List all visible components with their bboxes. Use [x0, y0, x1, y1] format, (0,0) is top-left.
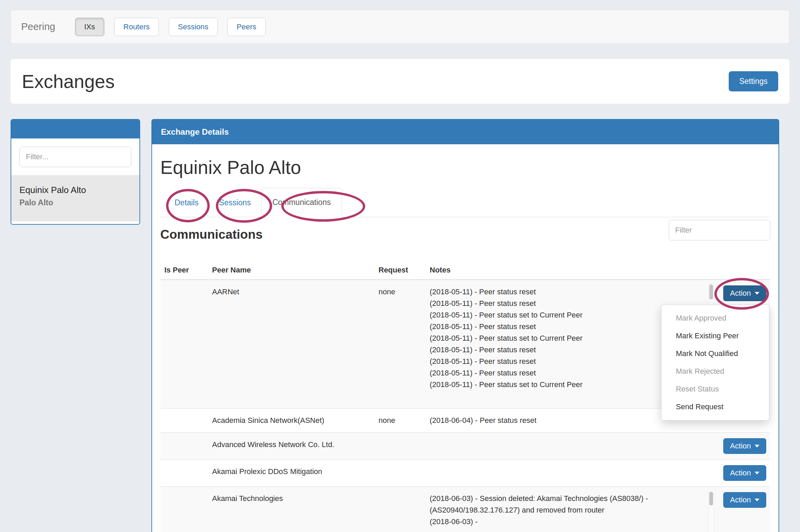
communications-section-header: Communications: [160, 220, 770, 242]
navbar-brand: Peering: [21, 21, 55, 32]
action-dropdown-menu: Mark Approved Mark Existing Peer Mark No…: [661, 305, 769, 420]
exchange-list-item-subtitle: Palo Alto: [19, 197, 131, 208]
notes-cell: (2018-06-03) - Session deleted: Akamai T…: [426, 487, 719, 532]
notes-scrollbar-thumb[interactable]: [709, 492, 713, 505]
page-title: Exchanges: [22, 71, 115, 92]
action-cell: Action: [719, 433, 770, 460]
table-row: Akamai Technologies (2018-06-03) - Sessi…: [160, 487, 770, 532]
column-header-action: [719, 261, 770, 280]
is-peer-cell: [160, 487, 208, 532]
request-cell: [374, 487, 426, 532]
nav-button-ixs[interactable]: IXs: [75, 18, 104, 36]
column-header-notes: Notes: [426, 261, 719, 280]
exchange-details-panel-title: Exchange Details: [161, 127, 229, 137]
caret-down-icon: [755, 472, 759, 474]
is-peer-cell: [160, 460, 208, 487]
communications-heading: Communications: [160, 227, 263, 242]
caret-down-icon: [755, 499, 759, 501]
tab-sessions[interactable]: Sessions: [209, 189, 261, 217]
caret-down-icon: [755, 292, 759, 295]
exchange-details-panel-header: Exchange Details: [152, 120, 779, 144]
notes-scrollbar-thumb[interactable]: [709, 284, 713, 299]
table-header-row: Is Peer Peer Name Request Notes: [160, 261, 770, 280]
table-row: Advanced Wireless Network Co. Ltd. Actio…: [160, 433, 770, 460]
request-cell: [374, 433, 426, 460]
menu-item-mark-not-qualified[interactable]: Mark Not Qualified: [662, 345, 769, 363]
action-button[interactable]: Action: [723, 492, 766, 508]
request-cell: none: [374, 409, 426, 433]
communications-table: Is Peer Peer Name Request Notes AARNet n…: [160, 261, 770, 532]
column-header-peer-name: Peer Name: [208, 261, 374, 280]
exchange-list-panel-header: [11, 120, 139, 138]
column-header-is-peer: Is Peer: [160, 261, 208, 280]
exchange-title: Equinix Palo Alto: [160, 157, 770, 178]
action-button[interactable]: Action: [723, 465, 766, 481]
menu-item-send-request[interactable]: Send Request: [662, 398, 769, 416]
column-header-request: Request: [374, 261, 426, 280]
notes-cell: [426, 433, 719, 460]
menu-item-mark-existing-peer[interactable]: Mark Existing Peer: [662, 327, 769, 345]
notes-cell: [426, 460, 719, 487]
request-cell: none: [374, 280, 426, 409]
communications-filter-input[interactable]: [669, 220, 770, 240]
request-cell: [374, 460, 426, 487]
nav-button-routers[interactable]: Routers: [114, 18, 159, 36]
settings-button[interactable]: Settings: [729, 71, 778, 91]
table-row: AARNet none (2018-05-11) - Peer status r…: [160, 280, 770, 409]
caret-down-icon: [755, 445, 759, 447]
tab-communications[interactable]: Communications: [261, 188, 342, 217]
peer-name-cell: AARNet: [208, 280, 374, 409]
is-peer-cell: [160, 433, 208, 460]
is-peer-cell: [160, 280, 208, 409]
nav-button-sessions[interactable]: Sessions: [169, 18, 218, 36]
notes-scrollbar[interactable]: [708, 489, 714, 532]
exchange-list-panel-footer: [11, 221, 139, 224]
peer-name-cell: Akamai Technologies: [208, 487, 374, 532]
peer-name-cell: Advanced Wireless Network Co. Ltd.: [208, 433, 374, 460]
peer-name-cell: Akamai Prolexic DDoS Mitigation: [208, 460, 374, 487]
nav-button-peers[interactable]: Peers: [227, 18, 265, 36]
peer-name-cell: Academia Sinica Network(ASNet): [208, 409, 374, 433]
exchange-list-filter-input[interactable]: [19, 147, 131, 167]
table-row: Akamai Prolexic DDoS Mitigation Action: [160, 460, 770, 487]
page-header-card: Exchanges Settings: [11, 59, 789, 104]
action-button[interactable]: Action: [723, 285, 766, 301]
action-cell: Action: [719, 460, 770, 487]
exchange-tabs: Details Sessions Communications: [160, 188, 770, 217]
menu-item-reset-status[interactable]: Reset Status: [662, 380, 769, 398]
action-button[interactable]: Action: [723, 438, 766, 454]
menu-item-mark-rejected[interactable]: Mark Rejected: [662, 363, 769, 380]
top-navbar: Peering IXs Routers Sessions Peers: [11, 10, 789, 44]
exchange-list-panel: Equinix Palo Alto Palo Alto: [11, 119, 140, 225]
action-cell: Action Mark Approved Mark Existing Peer …: [719, 280, 770, 409]
is-peer-cell: [160, 409, 208, 433]
exchange-details-panel: Exchange Details Equinix Palo Alto Detai…: [151, 119, 779, 532]
exchange-details-body: Equinix Palo Alto Details Sessions Commu…: [152, 157, 779, 532]
content-area: Equinix Palo Alto Palo Alto Exchange Det…: [11, 119, 779, 532]
action-cell: Action: [719, 487, 770, 532]
exchange-list-item-title: Equinix Palo Alto: [19, 183, 131, 197]
exchange-list-item[interactable]: Equinix Palo Alto Palo Alto: [11, 175, 139, 221]
menu-item-mark-approved[interactable]: Mark Approved: [662, 309, 769, 327]
tab-details[interactable]: Details: [164, 189, 209, 217]
exchange-list-filter-wrap: [11, 138, 139, 175]
